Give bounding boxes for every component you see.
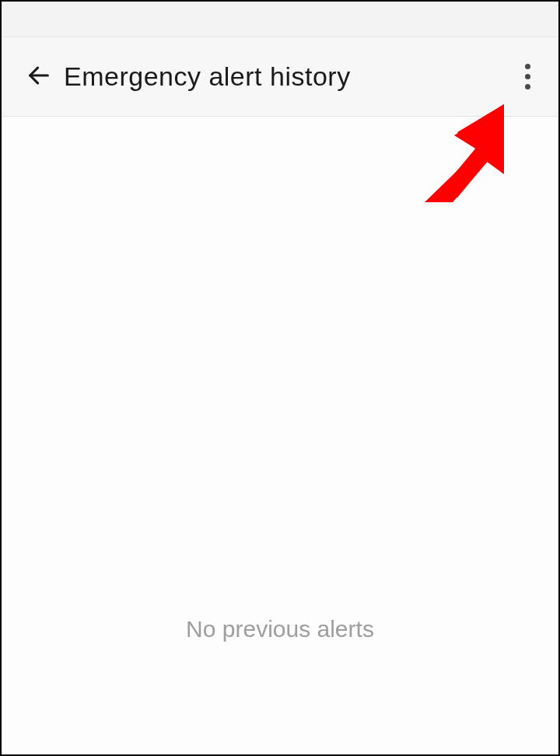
- more-vert-icon: [525, 64, 530, 89]
- overflow-menu-button[interactable]: [510, 60, 544, 94]
- page-title: Emergency alert history: [64, 61, 510, 92]
- content-area: No previous alerts: [2, 117, 558, 754]
- empty-state-message: No previous alerts: [2, 616, 558, 642]
- app-bar: Emergency alert history: [2, 37, 558, 117]
- back-button[interactable]: [22, 60, 56, 94]
- back-arrow-icon: [26, 62, 52, 92]
- status-bar: [2, 2, 558, 37]
